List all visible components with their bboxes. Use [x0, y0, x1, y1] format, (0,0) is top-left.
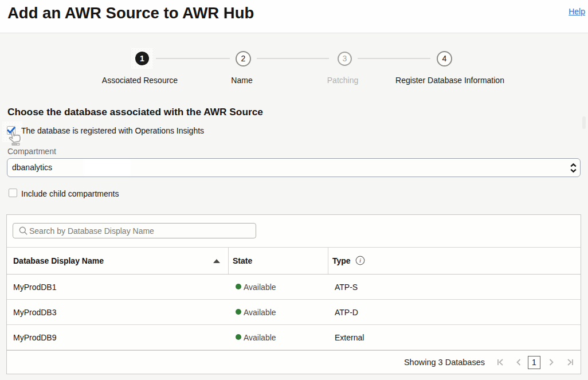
svg-text:i: i: [359, 257, 361, 264]
